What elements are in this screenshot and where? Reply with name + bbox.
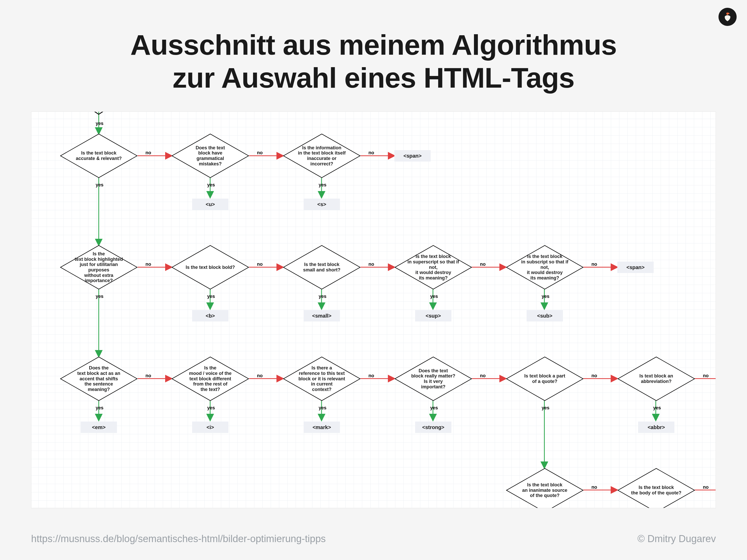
edge-label-yes: yes (207, 405, 215, 411)
decision-text: Is the text block bold? (175, 265, 245, 270)
decision-text: Does thetext block act as anaccent that … (67, 365, 131, 392)
terminal-em: <em> (81, 422, 117, 433)
edge-label-yes: yes (542, 294, 549, 299)
terminal-sup: <sup> (415, 310, 452, 322)
terminal-abbr: <abbr> (638, 422, 674, 433)
decision-bold: Is the text block bold? (172, 245, 249, 289)
decision-inanimate-source: Is the text blockan inanimate sourceof t… (506, 468, 584, 508)
decision-text: Is the text blockthe body of the quote? (621, 485, 692, 495)
terminal-strong: <strong> (415, 422, 452, 433)
edge-label-no: no (368, 150, 374, 156)
edge-label-yes: yes (430, 294, 438, 299)
edge-label-no: no (480, 373, 486, 379)
edge-label-no: no (257, 150, 263, 156)
title-line2: zur Auswahl eines HTML-Tags (173, 62, 574, 94)
decision-utilitarian-highlight: Is thetext block highlightedjust for uti… (60, 245, 138, 289)
edge-label-no: no (591, 262, 597, 267)
terminal-i: <i> (192, 422, 228, 433)
decision-text: Does the textblock have grammaticalmista… (174, 145, 247, 167)
decision-text: Is the text blockaccurate & relevant? (65, 150, 132, 161)
diagram-frame: Is the text blockaccurate & relevant? Do… (31, 111, 716, 508)
edge-label-yes: yes (207, 182, 215, 188)
edge-label-no: no (591, 485, 597, 490)
edge-label-no: no (257, 262, 263, 267)
edge-label-yes: yes (207, 294, 215, 299)
edge-label-yes: yes (319, 182, 327, 188)
decision-grammatical-mistakes: Does the textblock have grammaticalmista… (172, 134, 249, 178)
decision-reference-context: Is there areference to this textblock or… (283, 357, 361, 401)
decision-text: Is the text blockin subscript so that if… (509, 254, 581, 281)
decision-text: Is text block a partof a quote? (514, 373, 575, 384)
footer: https://musnuss.de/blog/semantisches-htm… (31, 533, 716, 544)
edge-label-no: no (257, 373, 263, 379)
edge-label-yes: yes (430, 405, 438, 411)
decision-inaccurate-info: Is the informationin the text block itse… (283, 134, 361, 178)
footer-url: https://musnuss.de/blog/semantisches-htm… (31, 533, 326, 544)
decision-part-of-quote: Is text block a partof a quote? (506, 357, 584, 401)
decision-mood-voice: Is themood / voice of thetext block diff… (172, 357, 249, 401)
terminal-span-row0: <span> (394, 150, 431, 161)
edge-label-no: no (703, 373, 709, 379)
page-title: Ausschnitt aus meinem Algorithmus zur Au… (0, 28, 747, 94)
decision-text: Is thetext block highlightedjust for uti… (62, 251, 135, 283)
decision-abbreviation: Is text block an abbreviation? (617, 357, 695, 401)
decision-very-important: Does the textblock really matter?Is it v… (394, 357, 472, 401)
decision-small-short: Is the text blocksmall and short? (283, 245, 361, 289)
edge-label-no: no (146, 373, 151, 379)
terminal-sub: <sub> (526, 310, 563, 322)
edge-label-yes: yes (653, 405, 661, 411)
decision-text: Is the text blockan inanimate sourceof t… (512, 482, 578, 498)
edge-label-no: no (146, 150, 151, 156)
decision-superscript: Is the text blockin superscript so that … (394, 245, 472, 289)
edge-label-no: no (480, 262, 486, 267)
decision-text: Is themood / voice of thetext block diff… (179, 365, 242, 392)
title-line1: Ausschnitt aus meinem Algorithmus (130, 29, 617, 61)
edge-label-no: no (368, 373, 374, 379)
terminal-u: <u> (192, 199, 228, 210)
edge-label-yes: yes (96, 405, 103, 411)
edge-label-yes: yes (96, 121, 103, 126)
terminal-mark: <mark> (304, 422, 340, 433)
decision-text: Is the text blocksmall and short? (293, 262, 351, 273)
terminal-b: <b> (192, 310, 228, 322)
brand-logo (719, 8, 737, 26)
decision-text: Is text block an abbreviation? (620, 373, 693, 384)
decision-text: Is the informationin the text block itse… (287, 145, 356, 167)
terminal-span-row1: <span> (617, 262, 654, 273)
terminal-s: <s> (304, 199, 340, 210)
decision-text: Is there areference to this textblock or… (288, 365, 356, 392)
edge-label-no: no (591, 373, 597, 379)
decision-text: Does the textblock really matter?Is it v… (401, 368, 466, 390)
edge-label-yes: yes (542, 405, 549, 411)
edge-label-no: no (703, 485, 709, 490)
footer-credit: © Dmitry Dugarev (638, 533, 716, 544)
decision-quote-body: Is the text blockthe body of the quote? (617, 468, 695, 508)
decision-accent-shift: Does thetext block act as anaccent that … (60, 357, 138, 401)
edge-label-no: no (368, 262, 374, 267)
decision-text: Is the text blockin superscript so that … (397, 254, 469, 281)
edge-label-yes: yes (96, 294, 103, 299)
edge-label-yes: yes (319, 405, 327, 411)
decision-accurate-relevant: Is the text blockaccurate & relevant? (60, 134, 138, 178)
edge-label-no: no (146, 262, 151, 267)
edge-label-yes: yes (96, 182, 103, 188)
edge-label-yes: yes (319, 294, 327, 299)
terminal-small: <small> (304, 310, 340, 322)
decision-subscript: Is the text blockin subscript so that if… (506, 245, 584, 289)
